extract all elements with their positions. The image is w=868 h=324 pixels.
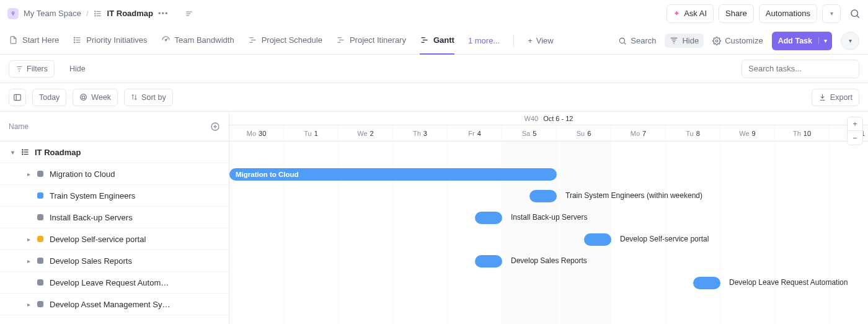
overflow-button[interactable]: ▾ [841,32,859,50]
view-tab-label: Gantt [433,35,454,45]
ask-ai-label: Ask AI [684,9,707,18]
task-row[interactable]: Develop Leave Request Autom… [0,272,229,294]
status-icon [37,171,43,177]
caret-right-icon[interactable]: ▸ [27,301,35,308]
timeline-day-header: Mo30Tu1We2Th3Fr4Sa5Su6Mo7Tu8We9Th10Fr11 [229,125,868,142]
task-row[interactable]: ▸Migration to Cloud [0,163,229,185]
day-header: Th3 [393,125,448,141]
chevron-down-icon: ▾ [830,10,833,17]
grid-column [775,142,830,324]
views-customize[interactable]: Customize [712,36,763,45]
status-icon [37,279,43,286]
breadcrumb-list[interactable]: IT Roadmap [107,9,153,18]
gantt-bar-label: Develop Self-service portal [620,235,709,243]
task-row[interactable]: ▸Develop Sales Reports [0,250,229,272]
task-row[interactable]: ▸Develop Asset Management Sy… [0,294,229,315]
zoom-in-button[interactable]: + [848,117,862,131]
grid-column [830,142,868,324]
add-view-button[interactable]: +View [528,36,554,45]
grid-column [720,142,775,324]
sidebar-header: Name [0,112,229,142]
view-tab[interactable]: Project Schedule [248,27,322,55]
automations-button[interactable]: Automations [759,4,817,23]
task-row[interactable]: Install Back-up Servers [0,207,229,228]
task-label: Install Back-up Servers [50,213,133,222]
week-number: W40 [525,115,539,122]
gantt-bar[interactable] [475,255,502,268]
today-button[interactable]: Today [32,89,66,106]
task-row[interactable]: ▸Develop Self-service portal [0,228,229,250]
views-hide-label: Hide [682,36,699,45]
status-icon [37,236,43,242]
filters-bar: Filters Hide [0,55,868,83]
task-search-input[interactable] [742,60,859,78]
caret-right-icon[interactable]: ▸ [27,258,35,264]
view-tab-label: Team Bandwidth [175,35,234,45]
task-row[interactable]: Train System Engineers [0,185,229,207]
view-tab[interactable]: Start Here [9,27,59,55]
filters-button[interactable]: Filters [9,60,55,78]
caret-right-icon[interactable]: ▸ [27,236,35,243]
view-tab[interactable]: Project Itinerary [336,27,406,55]
status-icon [37,214,43,220]
add-column-icon[interactable] [210,122,220,132]
breadcrumb-space[interactable]: My Team Space [24,9,81,18]
add-task-button[interactable]: Add Task ▾ [772,32,832,50]
status-icon [37,258,43,264]
zoom-week-button[interactable]: Week [73,89,118,106]
grid-column [611,142,666,324]
svg-point-10 [851,10,858,17]
day-header: Su6 [557,125,611,141]
share-button[interactable]: Share [719,4,754,23]
add-view-label: View [536,36,554,45]
view-tab-label: Priority Initiatives [86,35,147,45]
view-tab[interactable]: Priority Initiatives [73,27,147,55]
views-hide[interactable]: Hide [665,34,704,48]
secondary-list-icon[interactable] [185,9,193,18]
views-bar: Start HerePriority InitiativesTeam Bandw… [0,27,868,55]
gantt-bar[interactable]: Migration to Cloud [229,168,557,181]
svg-rect-32 [14,94,21,100]
export-button[interactable]: Export [812,89,859,106]
zoom-out-button[interactable]: − [848,131,862,145]
ask-ai-button[interactable]: ✦ Ask AI [666,4,714,23]
automations-dropdown[interactable]: ▾ [822,4,841,23]
svg-point-6 [94,15,95,16]
view-tab[interactable]: Gantt [420,27,454,55]
svg-point-43 [22,151,23,152]
gantt-toolbar: Today Week Sort by Export [0,83,868,112]
svg-line-11 [857,16,859,17]
hide-button[interactable]: Hide [63,60,92,78]
timeline-body[interactable]: Migration to CloudTrain System Engineers… [229,142,868,324]
gantt-bar[interactable] [529,190,557,202]
sidebar-toggle[interactable] [9,89,26,106]
more-icon[interactable]: ••• [158,9,169,18]
status-icon [37,192,43,199]
day-header: Mo7 [611,125,666,141]
gantt-bar[interactable] [584,233,611,246]
gantt-sidebar: Name ▾ IT Roadmap ▸Migration to CloudTra… [0,112,229,324]
gantt-timeline[interactable]: W40 Oct 6 - 12 Mo30Tu1We2Th3Fr4Sa5Su6Mo7… [229,112,868,324]
views-search[interactable]: Search [618,36,656,45]
views-more[interactable]: 1 more... [468,36,500,45]
breadcrumb-separator: / [86,9,89,18]
global-search-icon[interactable] [849,8,861,19]
caret-right-icon[interactable]: ▸ [27,171,35,178]
automations-label: Automations [766,9,810,18]
gantt-bar-label: Develop Sales Reports [511,256,587,265]
view-tab[interactable]: Team Bandwidth [161,27,234,55]
chevron-down-icon[interactable]: ▾ [818,37,832,44]
sort-button[interactable]: Sort by [124,89,173,106]
day-header: Mo30 [229,125,284,141]
filters-label: Filters [27,65,48,73]
task-label: Migration to Cloud [50,169,115,179]
gauge-icon [161,35,170,45]
breadcrumb: My Team Space / IT Roadmap ••• [7,8,193,19]
svg-point-34 [81,94,87,101]
week-range: Oct 6 - 12 [543,115,573,122]
group-row[interactable]: ▾ IT Roadmap [0,142,229,163]
gantt-bar[interactable] [693,277,720,289]
gantt-bar[interactable] [475,212,502,224]
status-icon [37,301,43,307]
top-actions: ✦ Ask AI Share Automations ▾ [666,4,861,23]
